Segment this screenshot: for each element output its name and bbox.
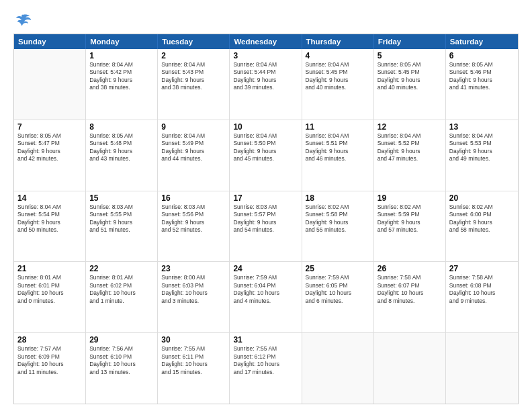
day-number: 29 [89, 335, 154, 345]
weekday-header: Friday [374, 34, 446, 49]
day-number: 21 [17, 264, 82, 273]
calendar-day-cell: 16Sunrise: 8:03 AM Sunset: 5:56 PM Dayli… [158, 191, 230, 262]
day-info: Sunrise: 7:55 AM Sunset: 6:12 PM Dayligh… [233, 345, 298, 376]
day-number: 17 [233, 193, 298, 203]
day-info: Sunrise: 8:02 AM Sunset: 6:00 PM Dayligh… [449, 203, 515, 234]
day-info: Sunrise: 8:04 AM Sunset: 5:51 PM Dayligh… [306, 132, 370, 163]
calendar: SundayMondayTuesdayWednesdayThursdayFrid… [13, 34, 519, 404]
calendar-body: 1Sunrise: 8:04 AM Sunset: 5:42 PM Daylig… [14, 49, 518, 404]
calendar-day-cell: 15Sunrise: 8:03 AM Sunset: 5:55 PM Dayli… [86, 191, 158, 262]
calendar-week: 21Sunrise: 8:01 AM Sunset: 6:01 PM Dayli… [14, 262, 518, 333]
day-number: 13 [449, 122, 515, 132]
day-info: Sunrise: 8:05 AM Sunset: 5:48 PM Dayligh… [89, 132, 154, 163]
weekday-header: Monday [86, 34, 158, 49]
day-info: Sunrise: 8:03 AM Sunset: 5:56 PM Dayligh… [161, 203, 226, 234]
day-info: Sunrise: 8:04 AM Sunset: 5:49 PM Dayligh… [161, 132, 226, 163]
day-info: Sunrise: 8:00 AM Sunset: 6:03 PM Dayligh… [161, 274, 226, 305]
weekday-header: Sunday [14, 34, 86, 49]
day-info: Sunrise: 7:59 AM Sunset: 6:05 PM Dayligh… [306, 274, 370, 305]
day-number: 1 [89, 51, 154, 60]
page: SundayMondayTuesdayWednesdayThursdayFrid… [0, 0, 532, 411]
day-info: Sunrise: 7:58 AM Sunset: 6:07 PM Dayligh… [378, 274, 442, 305]
calendar-day-cell: 20Sunrise: 8:02 AM Sunset: 6:00 PM Dayli… [446, 191, 518, 262]
day-number: 14 [17, 193, 82, 203]
calendar-header: SundayMondayTuesdayWednesdayThursdayFrid… [14, 34, 518, 49]
day-info: Sunrise: 7:58 AM Sunset: 6:08 PM Dayligh… [449, 274, 515, 305]
day-info: Sunrise: 8:02 AM Sunset: 5:58 PM Dayligh… [306, 203, 370, 234]
day-number: 5 [378, 51, 442, 60]
calendar-day-cell: 2Sunrise: 8:04 AM Sunset: 5:43 PM Daylig… [158, 49, 230, 120]
calendar-day-cell: 17Sunrise: 8:03 AM Sunset: 5:57 PM Dayli… [230, 191, 302, 262]
calendar-day-cell [374, 333, 446, 404]
day-number: 16 [161, 193, 226, 203]
calendar-day-cell: 3Sunrise: 8:04 AM Sunset: 5:44 PM Daylig… [230, 49, 302, 120]
day-number: 4 [306, 51, 370, 60]
day-number: 25 [306, 264, 370, 273]
day-number: 22 [89, 264, 154, 273]
day-number: 27 [449, 264, 515, 273]
calendar-day-cell: 12Sunrise: 8:04 AM Sunset: 5:52 PM Dayli… [374, 120, 446, 191]
day-info: Sunrise: 7:59 AM Sunset: 6:04 PM Dayligh… [233, 274, 298, 305]
day-number: 6 [449, 51, 515, 60]
calendar-day-cell [14, 49, 86, 120]
calendar-day-cell: 5Sunrise: 8:05 AM Sunset: 5:45 PM Daylig… [374, 49, 446, 120]
day-number: 18 [306, 193, 370, 203]
calendar-day-cell: 8Sunrise: 8:05 AM Sunset: 5:48 PM Daylig… [86, 120, 158, 191]
calendar-week: 1Sunrise: 8:04 AM Sunset: 5:42 PM Daylig… [14, 49, 518, 120]
calendar-day-cell: 26Sunrise: 7:58 AM Sunset: 6:07 PM Dayli… [374, 262, 446, 332]
weekday-header: Tuesday [158, 34, 230, 49]
calendar-day-cell: 28Sunrise: 7:57 AM Sunset: 6:09 PM Dayli… [14, 333, 86, 404]
calendar-day-cell: 10Sunrise: 8:04 AM Sunset: 5:50 PM Dayli… [230, 120, 302, 191]
day-number: 23 [161, 264, 226, 273]
calendar-day-cell: 18Sunrise: 8:02 AM Sunset: 5:58 PM Dayli… [302, 191, 374, 262]
calendar-day-cell: 7Sunrise: 8:05 AM Sunset: 5:47 PM Daylig… [14, 120, 86, 191]
day-number: 12 [378, 122, 442, 132]
day-number: 30 [161, 335, 226, 345]
day-info: Sunrise: 8:02 AM Sunset: 5:59 PM Dayligh… [378, 203, 442, 234]
calendar-day-cell: 25Sunrise: 7:59 AM Sunset: 6:05 PM Dayli… [302, 262, 374, 332]
logo-icon [13, 11, 32, 30]
day-number: 11 [306, 122, 370, 132]
header [13, 11, 519, 30]
day-info: Sunrise: 8:04 AM Sunset: 5:50 PM Dayligh… [233, 132, 298, 163]
day-number: 20 [449, 193, 515, 203]
day-number: 28 [17, 335, 82, 345]
day-number: 19 [378, 193, 442, 203]
day-info: Sunrise: 8:03 AM Sunset: 5:57 PM Dayligh… [233, 203, 298, 234]
day-info: Sunrise: 8:04 AM Sunset: 5:42 PM Dayligh… [89, 61, 154, 92]
day-number: 2 [161, 51, 226, 60]
calendar-day-cell [302, 333, 374, 404]
day-number: 7 [17, 122, 82, 132]
calendar-day-cell: 4Sunrise: 8:04 AM Sunset: 5:45 PM Daylig… [302, 49, 374, 120]
calendar-day-cell: 23Sunrise: 8:00 AM Sunset: 6:03 PM Dayli… [158, 262, 230, 332]
day-number: 3 [233, 51, 298, 60]
day-number: 26 [378, 264, 442, 273]
day-info: Sunrise: 7:57 AM Sunset: 6:09 PM Dayligh… [17, 345, 82, 376]
day-info: Sunrise: 8:05 AM Sunset: 5:47 PM Dayligh… [17, 132, 82, 163]
logo [13, 11, 35, 30]
calendar-day-cell: 13Sunrise: 8:04 AM Sunset: 5:53 PM Dayli… [446, 120, 518, 191]
calendar-day-cell: 27Sunrise: 7:58 AM Sunset: 6:08 PM Dayli… [446, 262, 518, 332]
day-info: Sunrise: 8:01 AM Sunset: 6:02 PM Dayligh… [89, 274, 154, 305]
day-number: 8 [89, 122, 154, 132]
calendar-week: 14Sunrise: 8:04 AM Sunset: 5:54 PM Dayli… [14, 191, 518, 263]
day-info: Sunrise: 8:04 AM Sunset: 5:43 PM Dayligh… [161, 61, 226, 92]
day-info: Sunrise: 7:55 AM Sunset: 6:11 PM Dayligh… [161, 345, 226, 376]
day-info: Sunrise: 7:56 AM Sunset: 6:10 PM Dayligh… [89, 345, 154, 376]
calendar-day-cell: 1Sunrise: 8:04 AM Sunset: 5:42 PM Daylig… [86, 49, 158, 120]
calendar-day-cell: 24Sunrise: 7:59 AM Sunset: 6:04 PM Dayli… [230, 262, 302, 332]
day-info: Sunrise: 8:03 AM Sunset: 5:55 PM Dayligh… [89, 203, 154, 234]
calendar-week: 7Sunrise: 8:05 AM Sunset: 5:47 PM Daylig… [14, 120, 518, 191]
day-number: 10 [233, 122, 298, 132]
day-number: 24 [233, 264, 298, 273]
day-info: Sunrise: 8:04 AM Sunset: 5:52 PM Dayligh… [378, 132, 442, 163]
calendar-day-cell: 29Sunrise: 7:56 AM Sunset: 6:10 PM Dayli… [86, 333, 158, 404]
calendar-week: 28Sunrise: 7:57 AM Sunset: 6:09 PM Dayli… [14, 333, 518, 404]
day-info: Sunrise: 8:04 AM Sunset: 5:53 PM Dayligh… [449, 132, 515, 163]
day-info: Sunrise: 8:04 AM Sunset: 5:45 PM Dayligh… [306, 61, 370, 92]
calendar-day-cell: 30Sunrise: 7:55 AM Sunset: 6:11 PM Dayli… [158, 333, 230, 404]
day-info: Sunrise: 8:04 AM Sunset: 5:54 PM Dayligh… [17, 203, 82, 234]
weekday-header: Saturday [446, 34, 518, 49]
day-info: Sunrise: 8:01 AM Sunset: 6:01 PM Dayligh… [17, 274, 82, 305]
calendar-day-cell: 11Sunrise: 8:04 AM Sunset: 5:51 PM Dayli… [302, 120, 374, 191]
